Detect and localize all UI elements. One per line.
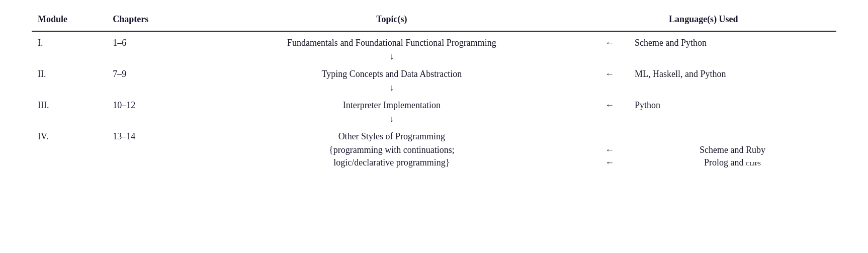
chapters-header: Chapters [107, 10, 193, 31]
down-arrow-2: ↓ [193, 81, 590, 94]
topic-i: Fundamentals and Foundational Functional… [193, 31, 590, 50]
main-table-container: Module Chapters Topic(s) Language(s) Use… [32, 10, 836, 169]
down-arrow-3: ↓ [193, 113, 590, 125]
chapters-iv: 13–14 [107, 125, 193, 144]
arrow-iii: ← [591, 94, 629, 113]
subtopic-1: {programming with continuations; [193, 144, 590, 156]
arrow-ii: ← [591, 63, 629, 81]
module-header: Module [32, 10, 107, 31]
topic-ii: Typing Concepts and Data Abstraction [193, 63, 590, 81]
module-iii: III. [32, 94, 107, 113]
curriculum-table: Module Chapters Topic(s) Language(s) Use… [32, 10, 836, 169]
subtopic-2-arrow: ← [591, 156, 629, 169]
subtopic-1-arrow: ← [591, 144, 629, 156]
table-row: III. 10–12 Interpreter Implementation ← … [32, 94, 836, 113]
arrow-header-spacer [591, 10, 629, 31]
topic-iv: Other Styles of Programming [193, 125, 590, 144]
subtopic-1-lang: Scheme and Ruby [629, 144, 836, 156]
language-iii: Python [629, 94, 836, 113]
table-row: I. 1–6 Fundamentals and Foundational Fun… [32, 31, 836, 50]
table-header-row: Module Chapters Topic(s) Language(s) Use… [32, 10, 836, 31]
chapters-iii: 10–12 [107, 94, 193, 113]
languages-header: Language(s) Used [629, 10, 836, 31]
language-i: Scheme and Python [629, 31, 836, 50]
subtopic-2-lang: Prolog and clips [629, 156, 836, 169]
arrow-i: ← [591, 31, 629, 50]
table-row: logic/declarative programming} ← Prolog … [32, 156, 836, 169]
table-row: {programming with continuations; ← Schem… [32, 144, 836, 156]
down-arrow-row-3: ↓ [32, 113, 836, 125]
table-row: IV. 13–14 Other Styles of Programming [32, 125, 836, 144]
chapters-i: 1–6 [107, 31, 193, 50]
down-arrow-row-2: ↓ [32, 81, 836, 94]
chapters-ii: 7–9 [107, 63, 193, 81]
down-arrow-1: ↓ [193, 50, 590, 63]
language-ii: ML, Haskell, and Python [629, 63, 836, 81]
subtopic-2: logic/declarative programming} [193, 156, 590, 169]
topics-header: Topic(s) [193, 10, 590, 31]
topic-iii: Interpreter Implementation [193, 94, 590, 113]
clips-smallcaps: clips [746, 158, 761, 167]
table-row: II. 7–9 Typing Concepts and Data Abstrac… [32, 63, 836, 81]
module-i: I. [32, 31, 107, 50]
module-iv: IV. [32, 125, 107, 144]
down-arrow-row-1: ↓ [32, 50, 836, 63]
module-ii: II. [32, 63, 107, 81]
